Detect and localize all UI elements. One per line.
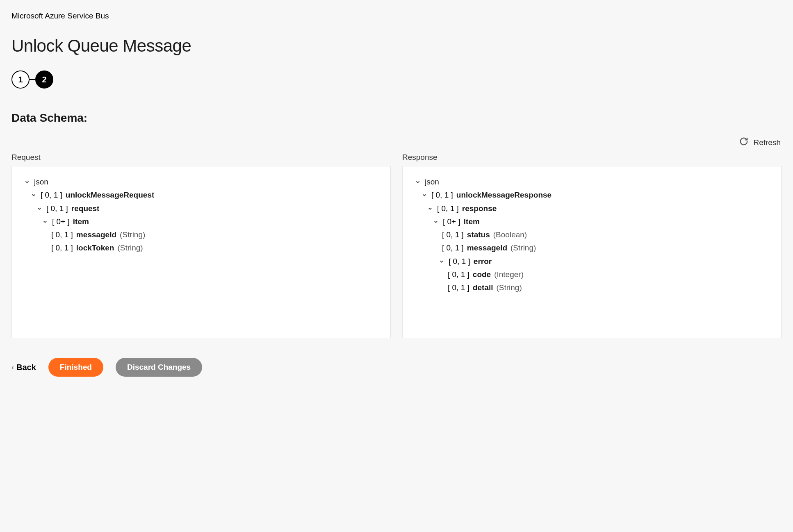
cardinality: [ 0, 1 ] bbox=[448, 281, 469, 294]
cardinality: [ 0, 1 ] bbox=[448, 268, 469, 281]
tree-node-item[interactable]: [ 0+ ] item bbox=[414, 215, 770, 228]
tree-leaf-lock-token[interactable]: [ 0, 1 ] lockToken (String) bbox=[23, 241, 379, 255]
cardinality: [ 0, 1 ] bbox=[51, 241, 73, 255]
field-name: unlockMessageResponse bbox=[456, 189, 551, 202]
refresh-icon bbox=[739, 137, 748, 148]
field-name: code bbox=[473, 268, 491, 281]
page-title: Unlock Queue Message bbox=[11, 36, 782, 56]
step-connector bbox=[30, 79, 35, 80]
field-name: lockToken bbox=[76, 241, 114, 255]
cardinality: [ 0, 1 ] bbox=[46, 202, 68, 215]
field-name: messageId bbox=[467, 241, 507, 255]
cardinality: [ 0, 1 ] bbox=[437, 202, 459, 215]
chevron-down-icon[interactable] bbox=[41, 219, 49, 225]
cardinality: [ 0, 1 ] bbox=[449, 255, 470, 268]
chevron-down-icon[interactable] bbox=[36, 206, 43, 211]
request-panel-label: Request bbox=[11, 153, 391, 162]
field-type: (Integer) bbox=[494, 268, 524, 281]
field-name: item bbox=[464, 215, 480, 228]
tree-node-request[interactable]: [ 0, 1 ] request bbox=[23, 202, 379, 215]
field-name: item bbox=[73, 215, 89, 228]
response-panel: json [ 0, 1 ] unlockMessageResponse [ 0,… bbox=[402, 166, 782, 338]
cardinality: [ 0, 1 ] bbox=[442, 241, 464, 255]
field-name: status bbox=[467, 228, 490, 241]
chevron-down-icon[interactable] bbox=[23, 179, 31, 185]
cardinality: [ 0, 1 ] bbox=[51, 228, 73, 241]
step-1[interactable]: 1 bbox=[11, 70, 30, 89]
tree-node-response[interactable]: [ 0, 1 ] response bbox=[414, 202, 770, 215]
tree-node-item[interactable]: [ 0+ ] item bbox=[23, 215, 379, 228]
tree-leaf-detail[interactable]: [ 0, 1 ] detail (String) bbox=[414, 281, 770, 294]
chevron-left-icon: ‹ bbox=[11, 363, 14, 372]
chevron-down-icon[interactable] bbox=[438, 259, 445, 264]
field-name: request bbox=[71, 202, 100, 215]
tree-node-unlock-message-response[interactable]: [ 0, 1 ] unlockMessageResponse bbox=[414, 189, 770, 202]
tree-leaf-message-id[interactable]: [ 0, 1 ] messageId (String) bbox=[23, 228, 379, 241]
field-type: (String) bbox=[510, 241, 536, 255]
refresh-label: Refresh bbox=[753, 138, 781, 147]
tree-leaf-status[interactable]: [ 0, 1 ] status (Boolean) bbox=[414, 228, 770, 241]
back-button[interactable]: ‹ Back bbox=[11, 363, 36, 372]
discard-changes-button[interactable]: Discard Changes bbox=[116, 358, 202, 377]
finished-button[interactable]: Finished bbox=[48, 358, 103, 377]
tree-leaf-message-id[interactable]: [ 0, 1 ] messageId (String) bbox=[414, 241, 770, 255]
cardinality: [ 0, 1 ] bbox=[41, 189, 62, 202]
response-panel-label: Response bbox=[402, 153, 782, 162]
field-name: detail bbox=[473, 281, 493, 294]
refresh-button[interactable]: Refresh bbox=[739, 137, 781, 148]
tree-node-unlock-message-request[interactable]: [ 0, 1 ] unlockMessageRequest bbox=[23, 189, 379, 202]
field-type: (String) bbox=[117, 241, 143, 255]
tree-node-json[interactable]: json bbox=[414, 175, 770, 189]
cardinality: [ 0+ ] bbox=[52, 215, 70, 228]
field-name: messageId bbox=[76, 228, 116, 241]
tree-node-json[interactable]: json bbox=[23, 175, 379, 189]
chevron-down-icon[interactable] bbox=[421, 192, 428, 198]
stepper: 1 2 bbox=[11, 70, 782, 89]
field-name: response bbox=[462, 202, 497, 215]
tree-node-label: json bbox=[34, 175, 48, 189]
tree-leaf-code[interactable]: [ 0, 1 ] code (Integer) bbox=[414, 268, 770, 281]
tree-node-label: json bbox=[425, 175, 439, 189]
chevron-down-icon[interactable] bbox=[30, 192, 37, 198]
back-label: Back bbox=[16, 363, 36, 372]
cardinality: [ 0, 1 ] bbox=[442, 228, 464, 241]
section-title: Data Schema: bbox=[11, 111, 782, 125]
step-2[interactable]: 2 bbox=[35, 70, 53, 89]
request-panel: json [ 0, 1 ] unlockMessageRequest [ 0, … bbox=[11, 166, 391, 338]
field-type: (String) bbox=[496, 281, 522, 294]
field-name: unlockMessageRequest bbox=[66, 189, 154, 202]
cardinality: [ 0, 1 ] bbox=[431, 189, 453, 202]
field-type: (Boolean) bbox=[493, 228, 527, 241]
chevron-down-icon[interactable] bbox=[414, 179, 422, 185]
field-type: (String) bbox=[120, 228, 145, 241]
tree-node-error[interactable]: [ 0, 1 ] error bbox=[414, 255, 770, 268]
cardinality: [ 0+ ] bbox=[443, 215, 460, 228]
breadcrumb-link[interactable]: Microsoft Azure Service Bus bbox=[11, 11, 109, 20]
chevron-down-icon[interactable] bbox=[432, 219, 440, 225]
chevron-down-icon[interactable] bbox=[426, 206, 434, 211]
field-name: error bbox=[474, 255, 492, 268]
